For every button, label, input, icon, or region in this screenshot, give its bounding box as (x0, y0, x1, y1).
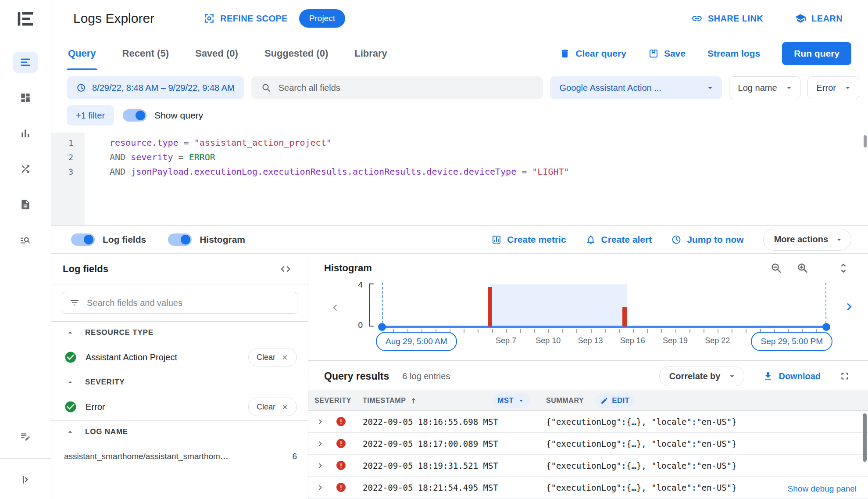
column-timestamp[interactable]: TIMESTAMP MST (363, 393, 543, 408)
expand-row-icon[interactable] (315, 461, 325, 470)
log-entry-row[interactable]: 2022-09-05 18:19:31.521 MST{"executionLo… (308, 455, 868, 477)
log-name-dropdown[interactable]: Log name (729, 76, 800, 99)
stream-logs-button[interactable]: Stream logs (707, 48, 760, 59)
log-fields-search[interactable] (62, 292, 297, 314)
timestamp-column-label: TIMESTAMP (363, 397, 406, 405)
log-entry-row[interactable]: 2022-09-05 18:21:54.495 MST{"executionLo… (308, 477, 868, 499)
tab-suggested[interactable]: Suggested (0) (263, 37, 329, 70)
histogram-bar[interactable] (488, 287, 492, 327)
range-end-chip[interactable]: Sep 29, 5:00 PM (751, 332, 832, 351)
nav-log-storage[interactable] (10, 187, 41, 222)
nav-log-analytics[interactable] (10, 222, 41, 258)
jump-to-now-button[interactable]: Jump to now (671, 234, 744, 245)
timezone-dropdown[interactable]: MST (492, 393, 530, 408)
nav-logs-explorer[interactable] (10, 44, 41, 80)
histogram-toggle[interactable] (168, 233, 192, 246)
pan-left-icon[interactable] (329, 301, 342, 314)
query-line[interactable]: AND severity = ERROR (110, 150, 868, 165)
editor-scrollbar[interactable] (864, 135, 867, 147)
divider (823, 262, 823, 275)
column-severity[interactable]: SEVERITY (308, 397, 363, 405)
share-link-label: SHARE LINK (708, 14, 763, 24)
pan-right-icon[interactable] (842, 299, 857, 314)
query-token-op: = (179, 137, 194, 148)
histogram-bar[interactable] (622, 307, 627, 327)
histogram-plot[interactable]: Sep 7Sep 10Sep 13Sep 16Sep 19Sep 22 Aug … (382, 284, 826, 327)
query-editor[interactable]: 123 resource.type = "assistant_action_pr… (51, 133, 868, 226)
project-scope-badge[interactable]: Project (299, 9, 345, 28)
time-range-chip[interactable]: 8/29/22, 8:48 AM – 9/29/22, 9:48 AM (67, 76, 244, 99)
tab-query[interactable]: Query (67, 37, 97, 70)
line-number: 3 (51, 165, 85, 179)
resource-filter-dropdown[interactable]: Google Assistant Action ... (550, 76, 722, 99)
create-alert-button[interactable]: Create alert (586, 234, 652, 245)
more-filters-chip[interactable]: +1 filter (67, 105, 114, 126)
code-brackets-icon[interactable] (280, 263, 291, 275)
nav-logs-metrics[interactable] (10, 115, 41, 151)
more-actions-dropdown[interactable]: More actions (763, 229, 851, 251)
log-entry-row[interactable]: 2022-09-05 18:16:55.698 MST{"executionLo… (308, 411, 868, 433)
download-button[interactable]: Download (763, 371, 821, 381)
zoom-out-icon[interactable] (770, 262, 782, 274)
time-range-track[interactable] (382, 326, 826, 328)
query-line[interactable]: resource.type = "assistant_action_projec… (110, 136, 868, 150)
query-line[interactable]: AND jsonPayload.executionLog.executionRe… (110, 165, 868, 179)
show-query-toggle[interactable] (123, 109, 146, 122)
severity-dropdown[interactable]: Error (807, 76, 859, 99)
clear-label: Clear (257, 353, 275, 362)
clear-filter-button[interactable]: Clear (248, 348, 297, 366)
sort-ascending-icon[interactable] (409, 396, 418, 405)
zoom-in-icon[interactable] (797, 262, 809, 274)
results-scrollbar[interactable] (863, 413, 867, 462)
create-metric-button[interactable]: Create metric (491, 234, 566, 245)
log-entry-timestamp: 2022-09-05 18:19:31.521 MST (363, 461, 543, 470)
log-fields-search-input[interactable] (87, 298, 290, 308)
link-icon (691, 13, 703, 24)
edit-summary-button[interactable]: EDIT (595, 393, 635, 408)
log-entry-row[interactable]: 2022-09-05 18:17:00.089 MST{"executionLo… (308, 433, 868, 455)
tab-recent[interactable]: Recent (5) (121, 37, 170, 70)
learn-button[interactable]: LEARN (795, 13, 843, 24)
refine-scope-button[interactable]: REFINE SCOPE (204, 13, 288, 24)
log-field-item[interactable]: assistant_smarthome/assistant_smarthom…6 (51, 443, 308, 470)
fullscreen-icon[interactable] (839, 370, 850, 382)
log-field-item[interactable]: ErrorClear (51, 393, 308, 420)
section-header[interactable]: LOG NAME (51, 421, 308, 443)
expand-row-icon[interactable] (315, 417, 325, 427)
save-button[interactable]: Save (648, 48, 686, 59)
section-header[interactable]: RESOURCE TYPE (51, 322, 308, 344)
expand-row-icon[interactable] (315, 483, 325, 492)
axis-tick (534, 329, 535, 333)
nav-logs-dashboard[interactable] (10, 80, 41, 115)
show-debug-panel-link[interactable]: Show debug panel (785, 482, 859, 495)
search-all-fields[interactable] (251, 76, 543, 99)
query-token-string: "assistant_action_project" (194, 137, 332, 148)
share-link-button[interactable]: SHARE LINK (691, 13, 763, 24)
compose-document-icon (20, 431, 31, 442)
log-fields-toggle[interactable] (71, 233, 95, 246)
tab-saved[interactable]: Saved (0) (194, 37, 239, 70)
histogram-toggle-label: Histogram (200, 234, 245, 245)
nav-compose-feedback[interactable] (10, 423, 41, 449)
range-start-chip[interactable]: Aug 29, 5:00 AM (376, 332, 457, 351)
correlate-by-dropdown[interactable]: Correlate by (659, 366, 745, 386)
expand-row-icon[interactable] (315, 439, 325, 449)
unfold-more-icon[interactable] (837, 262, 850, 274)
collapse-rail-button[interactable] (10, 467, 41, 493)
dashboard-icon (20, 92, 31, 104)
section-header[interactable]: SEVERITY (51, 371, 308, 393)
axis-tick-label: Sep 10 (536, 336, 561, 345)
nav-logs-router[interactable] (10, 151, 41, 187)
tab-library[interactable]: Library (353, 37, 389, 70)
editor-code[interactable]: resource.type = "assistant_action_projec… (85, 133, 868, 225)
main-area: Logs Explorer REFINE SCOPE Project SHARE… (51, 0, 868, 499)
clear-query-button[interactable]: Clear query (560, 48, 626, 59)
expand-right-icon (20, 474, 31, 485)
query-token-field: severity (131, 152, 173, 162)
clear-filter-button[interactable]: Clear (248, 398, 297, 416)
log-field-item[interactable]: Assistant Action ProjectClear (51, 344, 308, 371)
top-app-bar: Logs Explorer REFINE SCOPE Project SHARE… (51, 0, 868, 37)
query-results-title: Query results (324, 370, 389, 382)
search-all-fields-input[interactable] (279, 83, 533, 93)
run-query-button[interactable]: Run query (782, 42, 851, 65)
